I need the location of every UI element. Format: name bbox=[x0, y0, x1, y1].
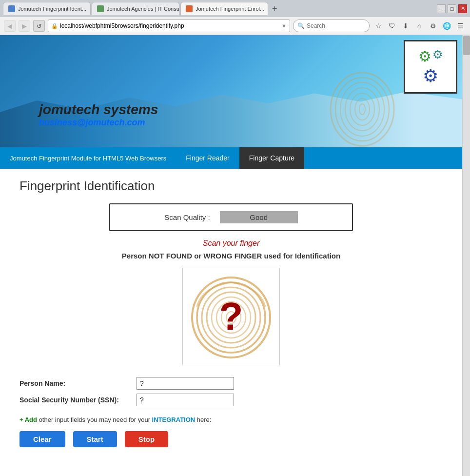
browser-content-wrapper: ⚙ ⚙ ⚙ jomutech systems business@jomutech… bbox=[0, 35, 470, 476]
start-button[interactable]: Start bbox=[73, 431, 117, 447]
fingerprint-image-container: ? bbox=[182, 268, 280, 365]
tab2-label: Jomutech Agencies | IT Consul... bbox=[107, 6, 179, 12]
tab1-favicon bbox=[8, 5, 15, 12]
person-name-input[interactable] bbox=[137, 377, 234, 390]
fingerprint-unknown-icon: ? bbox=[219, 294, 243, 339]
minimize-button[interactable]: ─ bbox=[437, 4, 446, 13]
page-content: ⚙ ⚙ ⚙ jomutech systems business@jomutech… bbox=[0, 35, 462, 476]
tab2-favicon bbox=[97, 5, 104, 12]
main-content: Fingerprint Identification Scan Quality … bbox=[0, 169, 462, 476]
tab-2[interactable]: Jomutech Agencies | IT Consul... ✕ bbox=[92, 2, 179, 15]
nav-finger-capture[interactable]: Finger Capture bbox=[239, 147, 304, 169]
svg-point-6 bbox=[359, 104, 365, 115]
site-title: jomutech systems bbox=[39, 102, 158, 118]
person-name-row: Person Name: bbox=[20, 377, 443, 390]
tab-3[interactable]: Jomutech Fingerprint Enrol... ✕ bbox=[180, 2, 268, 15]
nav-site-title: Jomutech Fingerprint Module for HTML5 We… bbox=[0, 147, 176, 169]
add-tab-button[interactable]: + bbox=[269, 3, 280, 15]
person-name-label: Person Name: bbox=[20, 379, 137, 387]
site-email: business@jomutech.com bbox=[39, 118, 158, 128]
toolbar-icons: ☆ 🛡 ⬇ ⌂ ⚙ 🌐 ☰ bbox=[372, 20, 466, 32]
ssn-input[interactable] bbox=[137, 394, 234, 406]
here-text: here: bbox=[195, 416, 211, 423]
not-found-text: Person NOT FOUND or WRONG FINGER used fo… bbox=[20, 252, 443, 260]
browser-toolbar: ◀ ▶ ↺ 🔒 ▼ 🔍 ☆ 🛡 ⬇ ⌂ ⚙ 🌐 ☰ bbox=[0, 17, 470, 35]
menu-icon[interactable]: ☰ bbox=[454, 20, 466, 32]
browser-tabs: Jomutech Fingerprint Ident... ✕ Jomutech… bbox=[3, 2, 280, 15]
reload-button[interactable]: ↺ bbox=[33, 20, 45, 32]
tab-1[interactable]: Jomutech Fingerprint Ident... ✕ bbox=[3, 2, 91, 15]
svg-point-5 bbox=[355, 99, 370, 120]
clear-button[interactable]: Clear bbox=[20, 431, 65, 447]
site-logo: ⚙ ⚙ ⚙ bbox=[404, 40, 457, 94]
add-link[interactable]: Add bbox=[25, 416, 37, 423]
scrollbar-track[interactable] bbox=[462, 35, 470, 476]
scan-prompt: Scan your finger bbox=[20, 239, 443, 248]
home-icon[interactable]: ⌂ bbox=[413, 20, 425, 32]
add-text-static: other input fields you may need for your bbox=[37, 416, 152, 423]
add-plus: + bbox=[20, 416, 25, 423]
shield-icon[interactable]: 🛡 bbox=[386, 20, 398, 32]
integration-link[interactable]: INTEGRATION bbox=[152, 416, 196, 423]
header-fingerprint-bg bbox=[326, 68, 399, 147]
search-icon: 🔍 bbox=[297, 22, 305, 29]
tab3-favicon bbox=[186, 5, 193, 12]
bookmark-star-icon[interactable]: ☆ bbox=[372, 20, 384, 32]
close-button[interactable]: ✕ bbox=[458, 4, 467, 13]
fingerprint-image: ? bbox=[187, 273, 275, 360]
address-bar: 🔒 ▼ bbox=[48, 20, 290, 32]
scrollbar-thumb[interactable] bbox=[463, 36, 470, 55]
forward-button[interactable]: ▶ bbox=[19, 20, 30, 32]
back-button[interactable]: ◀ bbox=[4, 20, 16, 32]
stop-button[interactable]: Stop bbox=[125, 431, 168, 447]
ssn-label: Social Security Number (SSN): bbox=[20, 396, 137, 404]
search-input[interactable] bbox=[307, 22, 365, 29]
site-header: ⚙ ⚙ ⚙ jomutech systems business@jomutech… bbox=[0, 35, 462, 147]
page-title: Fingerprint Identification bbox=[20, 178, 443, 194]
header-text: jomutech systems business@jomutech.com bbox=[39, 102, 158, 128]
ssn-row: Social Security Number (SSN): bbox=[20, 394, 443, 406]
gear-teal-icon: ⚙ bbox=[432, 48, 443, 65]
tab1-label: Jomutech Fingerprint Ident... bbox=[18, 6, 86, 12]
scan-quality-value: Good bbox=[220, 211, 298, 223]
gear-blue-icon: ⚙ bbox=[423, 66, 438, 86]
form-section: Person Name: Social Security Number (SSN… bbox=[20, 377, 443, 406]
browser-titlebar: Jomutech Fingerprint Ident... ✕ Jomutech… bbox=[0, 0, 470, 17]
download-icon[interactable]: ⬇ bbox=[400, 20, 411, 32]
gear-green-icon: ⚙ bbox=[418, 48, 431, 65]
tab3-label: Jomutech Fingerprint Enrol... bbox=[196, 6, 264, 12]
buttons-row: Clear Start Stop bbox=[20, 431, 443, 447]
svg-point-4 bbox=[350, 93, 374, 125]
nav-bar: Jomutech Fingerprint Module for HTML5 We… bbox=[0, 147, 462, 169]
maximize-button[interactable]: □ bbox=[448, 4, 456, 13]
address-dropdown[interactable]: ▼ bbox=[281, 23, 287, 29]
spacer bbox=[20, 457, 443, 476]
address-icon: 🔒 bbox=[51, 23, 58, 29]
svg-point-2 bbox=[340, 82, 384, 136]
address-input[interactable] bbox=[60, 22, 279, 29]
scan-quality-label: Scan Quality : bbox=[164, 213, 210, 221]
svg-point-1 bbox=[335, 78, 389, 141]
nav-finger-reader[interactable]: Finger Reader bbox=[176, 147, 239, 169]
settings-icon[interactable]: ⚙ bbox=[427, 20, 439, 32]
scan-quality-box: Scan Quality : Good bbox=[109, 203, 353, 231]
browser-window: Jomutech Fingerprint Ident... ✕ Jomutech… bbox=[0, 0, 470, 476]
add-link-area: + Add other input fields you may need fo… bbox=[20, 416, 443, 423]
globe-icon[interactable]: 🌐 bbox=[441, 20, 452, 32]
search-bar: 🔍 bbox=[293, 20, 370, 32]
